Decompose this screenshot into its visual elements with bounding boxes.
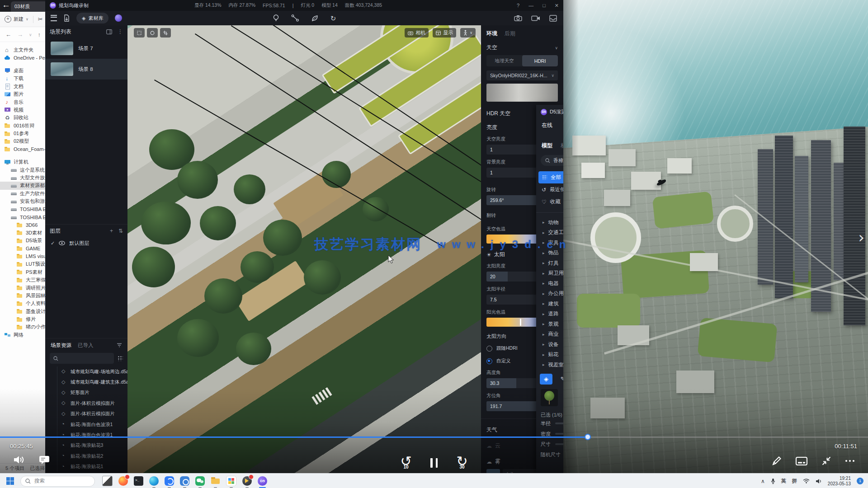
history-tool-icon[interactable]: ↻ xyxy=(330,15,336,22)
resource-item[interactable]: 贴花-海浪贴花3 xyxy=(57,441,127,451)
category-item[interactable]: ▸ 办公用品 xyxy=(536,289,563,299)
category-item[interactable]: ▸ 厨卫用品 xyxy=(536,268,563,279)
firefox-icon[interactable] xyxy=(118,476,128,486)
category-item[interactable]: ▸ 道路 xyxy=(536,309,563,319)
crop-tool-icon[interactable] xyxy=(160,28,171,38)
light-tool-icon[interactable] xyxy=(273,14,279,22)
slider-track[interactable] xyxy=(555,422,563,424)
orbit-tool-icon[interactable] xyxy=(147,28,158,38)
visibility-eye-icon[interactable] xyxy=(59,241,65,245)
category-item[interactable]: ▸ 动物 xyxy=(536,217,563,228)
task-view-icon[interactable] xyxy=(102,476,113,486)
pause-button[interactable] xyxy=(430,456,438,468)
ime-english-indicator[interactable]: 英 xyxy=(781,478,786,484)
geo-sky-option[interactable]: 地理天空 xyxy=(486,55,522,66)
menu-icon[interactable] xyxy=(51,15,57,21)
edge-browser-icon[interactable] xyxy=(149,476,159,486)
nav-forward-icon[interactable]: → xyxy=(17,31,23,38)
category-item[interactable]: ▸ 灯具 xyxy=(536,258,563,268)
tab-materials[interactable]: 材质 xyxy=(561,142,563,150)
progress-handle[interactable] xyxy=(585,434,591,440)
vegetation-tool-icon[interactable] xyxy=(311,14,319,22)
screenshot-camera-icon[interactable] xyxy=(514,15,522,21)
tab-models[interactable]: 模型 xyxy=(542,142,552,150)
asset-library-button[interactable]: ◈ 素材库 xyxy=(76,13,108,23)
category-item[interactable]: ▸ 商业 xyxy=(536,329,563,340)
subtitle-icon[interactable] xyxy=(796,457,807,465)
hidden-icons-chevron[interactable]: ∧ xyxy=(761,478,765,484)
nav-favorites[interactable]: ♡ 收藏 xyxy=(536,196,563,208)
tab-scene-resources[interactable]: 场景资源 xyxy=(51,342,71,349)
library-search-input[interactable]: 香樟 xyxy=(541,155,563,166)
nav-recent[interactable]: ↺ 最近使用 xyxy=(536,183,563,196)
place-brush-icon[interactable]: ◈ xyxy=(540,374,552,385)
material-sphere-icon[interactable] xyxy=(115,14,122,22)
category-item[interactable]: ▸ 景观 xyxy=(536,319,563,329)
category-item[interactable]: ▸ 建筑 xyxy=(536,299,563,309)
display-button[interactable]: 显示 xyxy=(433,28,456,38)
filter-icon[interactable] xyxy=(117,343,122,347)
walk-mode-button[interactable]: ∨ xyxy=(460,28,476,38)
photos-app-icon[interactable] xyxy=(226,476,236,486)
sky-section-header[interactable]: 天空∨ xyxy=(486,44,558,52)
rewind-10-button[interactable]: ↺10 xyxy=(399,455,413,469)
pencil-icon[interactable]: ✎ xyxy=(557,374,563,385)
d5-render-icon[interactable] xyxy=(258,476,267,486)
nav-back-icon[interactable]: ← xyxy=(5,31,11,38)
scene-item[interactable]: 场景 7 xyxy=(45,38,127,59)
forward-30-button[interactable]: ↻30 xyxy=(455,455,469,469)
slider-track[interactable] xyxy=(555,433,563,435)
slider-track[interactable] xyxy=(555,443,563,445)
grid-view-icon[interactable] xyxy=(118,356,123,361)
category-item[interactable]: ▸ 视差室内 xyxy=(536,360,563,370)
nav-up-icon[interactable]: ↑ xyxy=(38,31,41,38)
slider-row[interactable]: 尺寸 xyxy=(536,439,563,450)
more-options-icon[interactable]: ⋮ xyxy=(118,28,123,35)
explorer-tab[interactable]: 03材质 xyxy=(11,1,48,12)
hdri-preview[interactable] xyxy=(486,84,558,102)
add-layer-icon[interactable]: + xyxy=(110,228,113,234)
notification-count-badge[interactable]: 1 xyxy=(857,478,863,484)
asset-thumbnail-tree[interactable] xyxy=(541,389,558,406)
playback-progress-bar[interactable] xyxy=(0,436,868,438)
category-item[interactable]: ▸ 电器 xyxy=(536,278,563,289)
minimize-icon[interactable]: — xyxy=(528,3,533,8)
maximize-icon[interactable]: □ xyxy=(542,3,546,8)
path-tool-icon[interactable] xyxy=(291,14,299,22)
rendered-city-video[interactable]: › xyxy=(563,0,868,473)
resource-item[interactable]: 城市规划鸟瞰-建筑主体.d5a xyxy=(57,377,127,387)
help-icon[interactable]: ? xyxy=(517,3,519,8)
nav-history-icon[interactable]: ∨ xyxy=(29,33,32,37)
tab-post-processing[interactable]: 后期 xyxy=(505,30,515,38)
edit-pencil-icon[interactable] xyxy=(771,455,782,466)
resource-item[interactable]: 城市规划鸟瞰-场地周边.d5a xyxy=(57,366,127,377)
resource-item[interactable]: 矩形面片 xyxy=(57,388,127,398)
close-icon[interactable]: ✕ xyxy=(555,3,559,9)
new-button[interactable]: + 新建 ∨ xyxy=(5,16,28,23)
category-item[interactable]: ▸ 设备 xyxy=(536,339,563,350)
tab-imported[interactable]: 已导入 xyxy=(78,342,94,349)
cut-icon[interactable]: ✂ xyxy=(38,16,43,23)
search-input[interactable] xyxy=(50,353,114,364)
taskbar-search[interactable]: 搜索 xyxy=(20,476,95,487)
more-options-icon[interactable] xyxy=(845,456,854,466)
sort-layers-icon[interactable]: ⇅ xyxy=(118,228,123,234)
next-arrow-icon[interactable]: › xyxy=(858,228,864,246)
tab-environment[interactable]: 环境 xyxy=(486,30,497,38)
microphone-icon[interactable] xyxy=(771,478,775,484)
scene-item[interactable]: 场景 8 xyxy=(45,59,127,80)
camera-button[interactable]: 相机 xyxy=(405,28,429,38)
slider-row[interactable]: 半径 xyxy=(536,418,563,429)
ime-pinyin-indicator[interactable]: 拼 xyxy=(792,478,797,484)
nav-all[interactable]: 全部 xyxy=(538,171,563,183)
resource-item[interactable]: 贴花-海面白色波浪1 xyxy=(57,419,127,430)
resource-item[interactable]: 贴花-海面白色波浪1 xyxy=(57,430,127,440)
wechat-icon[interactable] xyxy=(195,476,205,486)
browser-app-icon[interactable] xyxy=(165,476,174,486)
file-explorer-icon[interactable] xyxy=(211,476,220,486)
back-arrow-icon[interactable]: ← xyxy=(2,0,10,10)
resource-item[interactable]: 面片-体积云模拟面片 xyxy=(57,409,127,419)
resource-item[interactable]: 面片-体积云模拟面片 xyxy=(57,398,127,408)
media-player-icon[interactable] xyxy=(242,476,252,486)
select-tool-icon[interactable] xyxy=(134,28,145,38)
